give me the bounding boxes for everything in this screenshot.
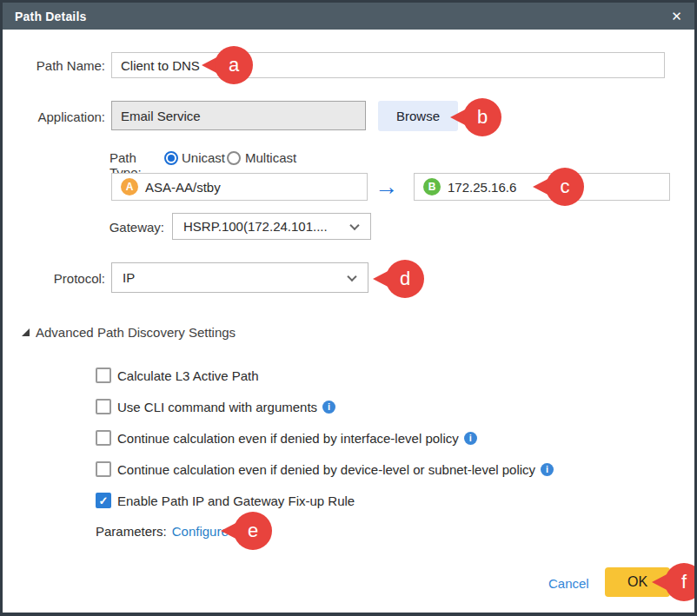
- collapse-triangle-icon: [22, 328, 30, 336]
- annotation-pin-d: d: [373, 260, 424, 298]
- parameters-label: Parameters:: [96, 524, 167, 539]
- checkbox-row: ✓ Enable Path IP and Gateway Fix-up Rule: [96, 493, 355, 508]
- protocol-value: IP: [123, 270, 135, 285]
- source-value: ASA-AA/stby: [145, 180, 221, 195]
- pin-tail-icon: [373, 267, 396, 291]
- checkbox-row: Continue calculation even if denied by d…: [96, 461, 554, 477]
- advanced-settings-toggle[interactable]: Advanced Path Discovery Settings: [22, 325, 236, 340]
- cancel-button[interactable]: Cancel: [548, 576, 589, 591]
- multicast-radio[interactable]: [227, 151, 241, 165]
- application-value: Email Service: [121, 109, 201, 123]
- continue-device-policy-checkbox[interactable]: [96, 461, 111, 477]
- calculate-l3-checkbox[interactable]: [96, 368, 111, 383]
- info-icon[interactable]: i: [464, 432, 477, 445]
- source-input[interactable]: A ASA-AA/stby: [111, 173, 368, 201]
- annotation-pin-e: e: [221, 512, 272, 550]
- gateway-label: Gateway:: [90, 220, 164, 235]
- protocol-select[interactable]: IP: [111, 262, 368, 293]
- continue-interface-policy-checkbox[interactable]: [96, 430, 111, 446]
- path-arrow-icon: →: [375, 176, 398, 199]
- multicast-label: Multicast: [245, 150, 296, 165]
- checkbox-label: Enable Path IP and Gateway Fix-up Rule: [117, 493, 355, 508]
- destination-value: 172.25.16.6: [448, 180, 516, 195]
- checkbox-label: Continue calculation even if denied by i…: [117, 431, 459, 446]
- path-name-value: Client to DNS: [121, 58, 200, 73]
- configure-link[interactable]: Configure: [172, 524, 229, 539]
- unicast-radio[interactable]: [164, 151, 178, 165]
- dialog-title: Path Details: [15, 10, 87, 23]
- path-name-label: Path Name:: [29, 58, 105, 73]
- enable-fixup-checkbox[interactable]: ✓: [96, 493, 111, 508]
- advanced-settings-title: Advanced Path Discovery Settings: [36, 325, 236, 340]
- chevron-down-icon: [347, 271, 356, 281]
- source-a-badge-icon: A: [121, 178, 138, 195]
- checkbox-row: Use CLI command with arguments i: [96, 399, 335, 414]
- protocol-label: Protocol:: [29, 271, 105, 286]
- use-cli-checkbox[interactable]: [96, 399, 111, 414]
- chevron-down-icon: [349, 220, 359, 229]
- checkbox-label: Use CLI command with arguments: [117, 400, 317, 414]
- checkbox-label: Calculate L3 Active Path: [117, 368, 259, 383]
- ok-button[interactable]: OK: [605, 567, 670, 597]
- close-icon[interactable]: ✕: [671, 10, 682, 23]
- checkbox-row: Calculate L3 Active Path: [96, 368, 259, 383]
- path-details-dialog: Path Details ✕ Path Name: Client to DNS …: [0, 0, 697, 616]
- dialog-titlebar: Path Details ✕: [3, 3, 694, 30]
- browse-button[interactable]: Browse: [378, 101, 458, 131]
- checkbox-label: Continue calculation even if denied by d…: [117, 462, 535, 477]
- path-name-input[interactable]: Client to DNS: [111, 52, 665, 78]
- info-icon[interactable]: i: [322, 401, 335, 414]
- checkbox-row: Continue calculation even if denied by i…: [96, 430, 477, 446]
- application-input: Email Service: [111, 101, 366, 130]
- destination-b-badge-icon: B: [423, 178, 441, 195]
- parameters-row: Parameters: Configure: [96, 524, 229, 539]
- application-label: Application:: [29, 109, 105, 124]
- destination-input[interactable]: B 172.25.16.6: [414, 173, 670, 201]
- info-icon[interactable]: i: [541, 463, 554, 476]
- unicast-label: Unicast: [182, 150, 225, 165]
- gateway-value: HSRP.100(172.24.101....: [183, 219, 328, 234]
- gateway-select[interactable]: HSRP.100(172.24.101....: [172, 213, 371, 240]
